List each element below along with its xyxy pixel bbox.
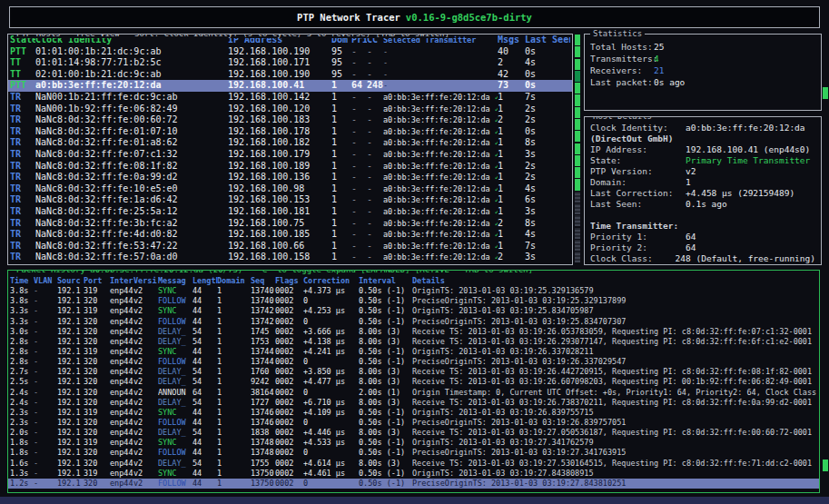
right-scrollbar-thumb[interactable]: [823, 87, 828, 99]
packet-row[interactable]: 1.6s-192.1320enp44v2DELAY_54117550002+4.…: [8, 459, 819, 469]
hosts-scrollbar-cell[interactable]: [575, 179, 580, 190]
host-last-seen-cell: 2s: [525, 114, 570, 126]
host-row[interactable]: TRNaNc8:0d:32:ff:fe:57:0a:d0192.168.100.…: [8, 252, 572, 263]
hosts-scrollbar-cell[interactable]: [575, 215, 580, 226]
hosts-scrollbar-cell[interactable]: [575, 228, 580, 239]
statistics-item: Last packet:0s ago: [585, 76, 821, 88]
hosts-scrollbar-cell[interactable]: [575, 71, 580, 82]
packet-vlan-cell: -: [34, 306, 57, 316]
packet-row[interactable]: 2.3s-192.1319enp44v2SYNC441137460002+4.1…: [8, 408, 819, 418]
host-clock-identity-cell: NaNc8:0d:32:ff:fe:10:e5:e0: [35, 183, 228, 195]
packet-time-cell: 3.8s: [10, 296, 34, 306]
packet-row[interactable]: 2.3s-192.1320enp44v2FOLLOW44113746000200…: [8, 418, 819, 428]
host-selected-transmitter-cell: -: [383, 69, 498, 81]
host-priority-cell: -: [351, 183, 367, 195]
packet-domain-cell: 1: [217, 286, 251, 296]
packet-length-cell: 44: [192, 306, 217, 316]
packet-row[interactable]: 2.4s-192.1320enp44v2DELAY_54117270002+6.…: [8, 398, 819, 408]
host-state-cell: TR: [10, 161, 35, 173]
host-row[interactable]: TRNaN00:1b:92:ff:fe:06:82:49192.168.100.…: [8, 104, 572, 115]
col-header-vlan: VLAN: [34, 276, 57, 286]
packet-inter-cell: enp44: [110, 418, 133, 428]
hosts-scrollbar-cell[interactable]: [575, 59, 580, 70]
packet-interval-cell: 2.00s (1): [359, 388, 412, 398]
packet-row[interactable]: 3.0s-192.1320enp44v2DELAY_54117450002+3.…: [8, 327, 819, 337]
packet-row[interactable]: 2.0s-192.1320enp44v2DELAY_54118380002+4.…: [8, 428, 819, 438]
host-priority-cell: -: [351, 126, 367, 138]
packet-details-cell: Receive TS: 2013-01-03 03:19:27.53016451…: [412, 459, 817, 469]
host-domain-cell: 1: [331, 206, 351, 218]
host-row[interactable]: TRNaN00:1b:21:ff:fe:dc:9c:ab192.168.100.…: [8, 92, 572, 104]
packet-vlan-cell: -: [34, 337, 57, 347]
packet-row[interactable]: 3.3s-192.1319enp44v2SYNC441137420002+4.2…: [8, 306, 819, 316]
packet-row[interactable]: 2.7s-192.1320enp44v2DELAY_54117600002+3.…: [8, 367, 819, 377]
host-row[interactable]: TT01:01:14:98:77:71:b2:5c192.168.100.171…: [8, 57, 572, 69]
hosts-scrollbar-cell[interactable]: [575, 94, 580, 105]
hosts-scrollbar-cell[interactable]: [575, 192, 580, 203]
packet-row[interactable]: 2.8s-192.1319enp44v2SYNC441137440002+4.2…: [8, 347, 819, 357]
packet-time-cell: 2.4s: [10, 388, 34, 398]
host-row[interactable]: TRNaNc8:0d:32:ff:fe:53:47:22192.168.100.…: [8, 241, 572, 252]
packet-row[interactable]: 1.8s-192.1319enp44v2SYNC441137480002+4.5…: [8, 438, 819, 448]
host-row[interactable]: TRNaNc8:0d:32:ff:fe:3b:fc:a2192.168.100.…: [8, 218, 572, 230]
host-row[interactable]: TRNaNc8:0d:32:ff:fe:4d:d0:82192.168.100.…: [8, 229, 572, 241]
host-row[interactable]: PTTa0:bb:3e:ff:fe:20:12:da192.168.100.41…: [8, 80, 572, 92]
host-domain-cell: 1: [331, 172, 351, 183]
packet-row[interactable]: 3.8s-192.1319enp44v2SYNC441137400002+4.3…: [8, 286, 819, 296]
packet-domain-cell: 1: [217, 367, 251, 377]
packet-sourc-cell: 192.1: [57, 306, 84, 316]
hosts-scrollbar-cell[interactable]: [575, 252, 580, 262]
host-last-seen-cell: 6s: [525, 194, 570, 206]
right-scrollbar-thumb[interactable]: [823, 460, 828, 471]
right-scrollbar[interactable]: [823, 34, 828, 493]
packet-messag-cell: SYNC: [158, 469, 192, 479]
host-row[interactable]: TRNaNc8:0d:32:ff:fe:0a:99:d2192.168.100.…: [8, 172, 572, 183]
packet-row[interactable]: 1.2s-192.1320enp44v2FOLLOW44113750000200…: [8, 479, 819, 489]
packet-vlan-cell: -: [34, 296, 57, 306]
host-row[interactable]: PTT01:01:00:1b:21:dc:9c:ab192.168.100.19…: [8, 46, 572, 58]
hosts-scrollbar[interactable]: [575, 35, 580, 263]
host-row[interactable]: TRNaNc8:0d:32:ff:fe:25:5a:12192.168.100.…: [8, 206, 572, 218]
host-clock-identity-cell: 02:01:00:1b:21:dc:9c:ab: [35, 69, 228, 81]
host-last-seen-cell: 2s: [525, 172, 570, 183]
hosts-scrollbar-cell[interactable]: [575, 107, 580, 118]
packet-row[interactable]: 2.8s-192.1320enp44v2FOLLOW44113744000200…: [8, 357, 819, 367]
hosts-scrollbar-cell[interactable]: [575, 35, 580, 45]
hosts-scrollbar-cell[interactable]: [575, 143, 580, 154]
packet-row[interactable]: 2.4s-192.1320enp44v2ANNOUN64138164000202…: [8, 388, 819, 398]
host-clock-class-cell: -: [367, 114, 383, 126]
packet-row[interactable]: 2.5s-192.1320enp44v2DELAY_54192420002+4.…: [8, 377, 819, 387]
hosts-scrollbar-cell[interactable]: [575, 46, 580, 57]
host-row[interactable]: TT02:01:00:1b:21:dc:9c:ab192.168.100.190…: [8, 69, 572, 81]
host-row[interactable]: TRNaNc8:0d:32:ff:fe:1a:d6:42192.168.100.…: [8, 194, 572, 206]
host-row[interactable]: TRNaNc8:0d:32:ff:fe:10:e5:e0192.168.100.…: [8, 183, 572, 195]
hosts-scrollbar-cell[interactable]: [575, 167, 580, 178]
host-msgs-cell: 2: [498, 218, 525, 230]
host-domain-cell: 1: [331, 104, 351, 115]
packet-seq-cell: 1755: [251, 459, 275, 469]
packet-sourc-cell: 192.1: [57, 398, 84, 408]
packet-row[interactable]: 1.8s-192.1320enp44v2FOLLOW44113748000200…: [8, 448, 819, 458]
host-msgs-cell: 2: [498, 57, 525, 69]
hosts-scrollbar-cell[interactable]: [575, 155, 580, 166]
hosts-scrollbar-cell[interactable]: [575, 119, 580, 130]
packet-row[interactable]: 2.8s-192.1320enp44v2DELAY_54117530002+4.…: [8, 337, 819, 347]
host-state-cell: TR: [10, 114, 35, 126]
hosts-scrollbar-cell[interactable]: [575, 131, 580, 142]
hosts-scrollbar-cell[interactable]: [575, 240, 580, 251]
host-domain-cell: 1: [331, 161, 351, 173]
host-clock-identity-cell: NaNc8:0d:32:ff:fe:53:47:22: [35, 241, 228, 252]
host-row[interactable]: TRNaNc8:0d:32:ff:fe:01:07:10192.168.100.…: [8, 126, 572, 138]
hosts-scrollbar-cell[interactable]: [575, 83, 580, 94]
host-row[interactable]: TRNaNc8:0d:32:ff:fe:08:1f:82192.168.100.…: [8, 161, 572, 173]
packet-row[interactable]: 3.3s-192.1320enp44v2FOLLOW44113742000200…: [8, 317, 819, 327]
hosts-scrollbar-cell[interactable]: [575, 203, 580, 214]
packet-flags-cell: 0002: [275, 347, 303, 357]
host-row[interactable]: TRNaNc8:0d:32:ff:fe:07:c1:32192.168.100.…: [8, 149, 572, 161]
host-details-item: PTP Version:v2: [585, 166, 821, 177]
host-row[interactable]: TRNaNc8:0d:32:ff:fe:00:60:72192.168.100.…: [8, 114, 572, 126]
packet-row[interactable]: 3.8s-192.1320enp44v2FOLLOW44113740000200…: [8, 296, 819, 306]
transmitter-check-icon: ✓: [490, 150, 498, 159]
packet-row[interactable]: 1.3s-192.1319enp44v2SYNC441137500002+4.4…: [8, 469, 819, 479]
host-row[interactable]: TRNaNc8:0d:32:ff:fe:01:a8:62192.168.100.…: [8, 137, 572, 149]
